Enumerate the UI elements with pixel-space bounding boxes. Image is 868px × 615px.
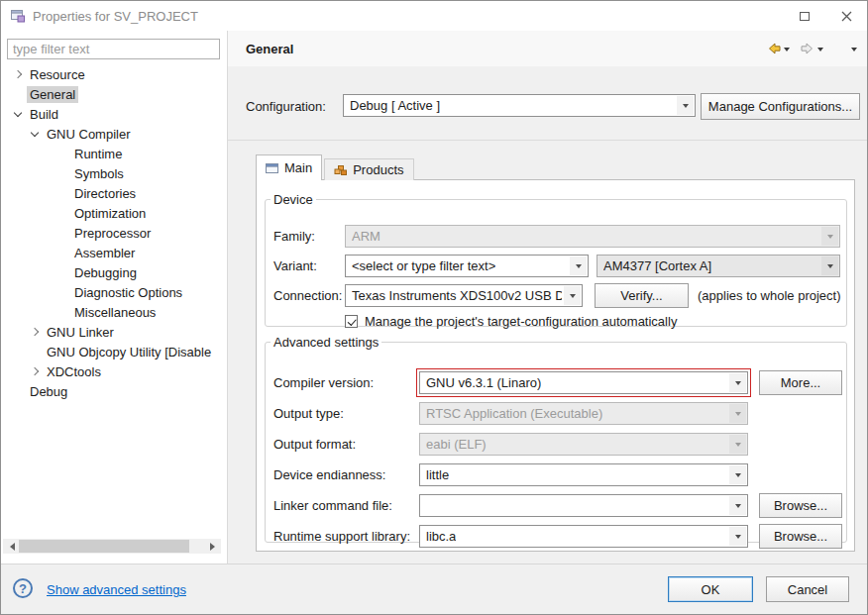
- connection-select[interactable]: Texas Instruments XDS100v2 USB Debu: [345, 284, 583, 307]
- chevron-down-icon: [570, 256, 587, 275]
- chevron-down-icon: [729, 527, 746, 546]
- tree-item-label: Preprocessor: [71, 225, 154, 242]
- device-group-legend: Device: [271, 192, 316, 207]
- tree-item-runtime[interactable]: Runtime: [1, 144, 227, 163]
- scroll-left-button[interactable]: [3, 539, 19, 554]
- output-format-select[interactable]: eabi (ELF): [419, 433, 748, 456]
- tree-item-diagnostic-options[interactable]: Diagnostic Options: [1, 282, 227, 302]
- runtime-browse-button[interactable]: Browse...: [759, 524, 842, 549]
- close-button[interactable]: [825, 1, 867, 31]
- output-type-label: Output type:: [273, 402, 344, 425]
- manage-configurations-button[interactable]: Manage Configurations...: [701, 93, 860, 120]
- tree-item-debug[interactable]: Debug: [1, 381, 227, 401]
- linker-browse-button[interactable]: Browse...: [759, 493, 842, 518]
- output-type-select[interactable]: RTSC Application (Executable): [419, 402, 748, 425]
- tree-item-label: Resource: [27, 66, 88, 83]
- filter-input[interactable]: [7, 39, 220, 59]
- tree-item-general[interactable]: General: [1, 84, 227, 104]
- manage-target-config-checkbox[interactable]: [345, 315, 358, 328]
- maximize-icon: [800, 12, 810, 21]
- chevron-down-icon: [821, 227, 838, 246]
- tree-item-debugging[interactable]: Debugging: [1, 262, 227, 282]
- tree-item-label: Directories: [71, 185, 139, 202]
- device-endianness-select[interactable]: little: [419, 463, 748, 486]
- chevron-right-icon[interactable]: [28, 324, 44, 340]
- close-icon: [841, 11, 852, 22]
- scrollbar-thumb[interactable]: [19, 540, 189, 553]
- header-nav: [765, 41, 857, 56]
- tree-item-label: XDCtools: [44, 363, 104, 380]
- back-dropdown-caret[interactable]: [784, 48, 790, 54]
- chevron-down-icon: [729, 435, 746, 454]
- chevron-down-icon: [729, 373, 746, 392]
- chevron-down-icon[interactable]: [28, 126, 44, 142]
- properties-tree: Resource General Build GNU Compiler Runt…: [1, 64, 227, 401]
- configuration-select[interactable]: Debug [ Active ]: [343, 94, 696, 117]
- horizontal-scrollbar[interactable]: [3, 539, 221, 554]
- connection-note: (applies to whole project): [698, 283, 841, 308]
- device-endianness-label: Device endianness:: [273, 463, 385, 486]
- tree-item-label: Diagnostic Options: [71, 284, 185, 301]
- tree-item-preprocessor[interactable]: Preprocessor: [1, 223, 227, 243]
- tree-item-label: Debugging: [71, 264, 140, 281]
- compiler-version-label: Compiler version:: [273, 371, 374, 394]
- back-button[interactable]: [765, 41, 783, 56]
- tree-item-build[interactable]: Build: [1, 104, 227, 124]
- chevron-down-icon: [821, 256, 838, 275]
- output-type-value: RTSC Application (Executable): [426, 406, 602, 421]
- verify-button[interactable]: Verify...: [595, 283, 689, 308]
- variant-filter-value: <select or type filter text>: [352, 258, 495, 273]
- show-advanced-settings-link[interactable]: Show advanced settings: [47, 582, 186, 597]
- tree-item-gnu-linker[interactable]: GNU Linker: [1, 322, 227, 342]
- tree-item-label: GNU Objcopy Utility [Disable: [44, 344, 214, 360]
- tree-item-assembler[interactable]: Assembler: [1, 243, 227, 262]
- tab-products[interactable]: Products: [324, 158, 413, 180]
- scroll-right-button[interactable]: [205, 539, 221, 554]
- main-tab-panel: Device Family: ARM Variant: <select or t…: [256, 179, 855, 552]
- tree-item-optimization[interactable]: Optimization: [1, 203, 227, 223]
- variant-filter-select[interactable]: <select or type filter text>: [345, 255, 589, 277]
- tree-item-xdctools[interactable]: XDCtools: [1, 361, 227, 381]
- help-icon[interactable]: ?: [13, 578, 33, 598]
- tab-main[interactable]: Main: [256, 154, 322, 180]
- scrollbar-track[interactable]: [19, 539, 205, 554]
- title-bar: Properties for SV_PROJECT: [1, 1, 867, 31]
- tree-item-resource[interactable]: Resource: [1, 64, 227, 84]
- tab-main-label: Main: [284, 160, 312, 175]
- ok-button[interactable]: OK: [668, 576, 753, 602]
- products-tab-icon: [334, 164, 348, 176]
- maximize-button[interactable]: [784, 1, 825, 31]
- properties-dialog: Properties for SV_PROJECT Resource Gener…: [0, 0, 868, 615]
- tree-item-symbols[interactable]: Symbols: [1, 163, 227, 183]
- chevron-right-icon[interactable]: [11, 66, 27, 82]
- tree-item-gnu-objcopy[interactable]: GNU Objcopy Utility [Disable: [1, 342, 227, 361]
- output-format-value: eabi (ELF): [426, 437, 487, 452]
- tree-item-label: Assembler: [71, 245, 138, 261]
- linker-command-file-combo[interactable]: [419, 494, 748, 517]
- tree-item-label: Symbols: [71, 165, 127, 182]
- forward-dropdown-caret[interactable]: [817, 48, 823, 54]
- family-label: Family:: [273, 225, 315, 248]
- variant-select[interactable]: AM4377 [Cortex A]: [597, 255, 840, 277]
- window-icon: [10, 8, 26, 24]
- connection-label: Connection:: [273, 284, 342, 307]
- compiler-version-select[interactable]: GNU v6.3.1 (Linaro): [419, 371, 748, 394]
- tree-item-label: GNU Compiler: [44, 126, 134, 143]
- chevron-down-icon[interactable]: [11, 106, 27, 122]
- device-group: Device Family: ARM Variant: <select or t…: [265, 192, 847, 327]
- tree-item-directories[interactable]: Directories: [1, 183, 227, 203]
- tree-item-gnu-compiler[interactable]: GNU Compiler: [1, 124, 227, 144]
- cancel-button[interactable]: Cancel: [766, 576, 849, 602]
- runtime-support-library-combo[interactable]: libc.a: [419, 525, 748, 548]
- chevron-right-icon[interactable]: [28, 363, 44, 379]
- tree-item-label: General: [27, 86, 78, 103]
- tree-item-miscellaneous[interactable]: Miscellaneous: [1, 302, 227, 322]
- tree-item-label: Runtime: [71, 146, 125, 162]
- view-menu-button[interactable]: [851, 48, 857, 54]
- content-panel: General Configuration:: [228, 31, 867, 564]
- family-select[interactable]: ARM: [345, 225, 840, 248]
- tree-item-label: Build: [27, 106, 61, 123]
- configuration-select-value: Debug [ Active ]: [350, 98, 440, 113]
- more-button[interactable]: More...: [759, 370, 842, 395]
- forward-button[interactable]: [799, 41, 816, 56]
